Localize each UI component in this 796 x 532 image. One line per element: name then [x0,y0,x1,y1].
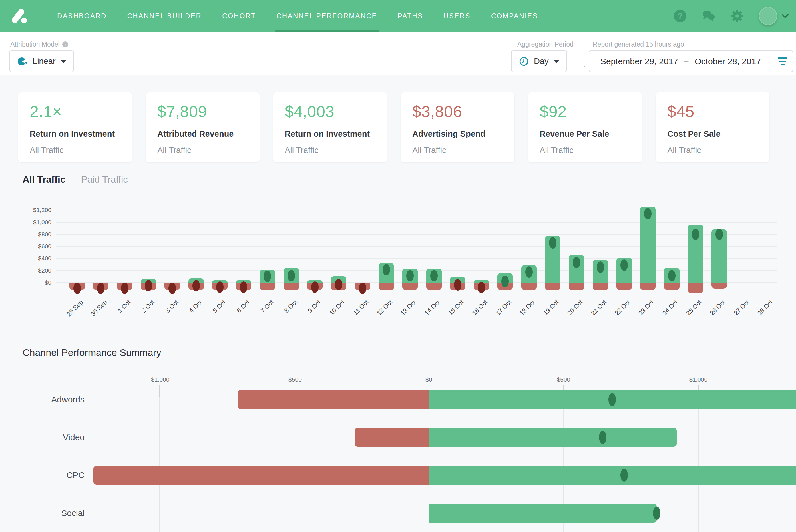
report-generated-text: Report generated 15 hours ago [593,40,684,48]
net-dot-16-oct[interactable] [478,282,485,293]
spend-bar-26-oct[interactable] [712,283,727,288]
kpi-label: Advertising Spend [412,129,503,139]
kpi-label: Revenue Per Sale [539,129,630,139]
spend-bar-25-oct[interactable] [688,283,703,293]
spend-bar-adwords[interactable] [238,390,429,409]
net-dot-26-oct[interactable] [716,229,723,240]
date-range-separator: – [684,57,688,65]
net-dot-video[interactable] [599,431,606,444]
gridline-y [56,222,777,223]
nav-item-dashboard[interactable]: DASHBOARD [47,0,117,32]
nav-item-paths[interactable]: PATHS [387,0,433,32]
y-axis-tick-label: $200 [0,267,51,274]
nav-item-companies[interactable]: COMPANIES [481,0,548,32]
net-dot-25-oct[interactable] [692,229,699,240]
filter-separator: : [583,59,585,69]
align-left-bar [779,60,786,62]
net-dot-11-oct[interactable] [359,283,366,294]
net-dot-adwords[interactable] [608,393,616,406]
net-dot-3-oct[interactable] [168,283,176,294]
info-icon[interactable]: i [62,41,68,48]
net-dot-6-oct[interactable] [240,281,247,293]
spend-bar-22-oct[interactable] [617,283,632,290]
net-dot-18-oct[interactable] [525,266,533,278]
net-dot-4-oct[interactable] [192,280,200,291]
spend-bar-23-oct[interactable] [640,283,656,290]
net-dot-12-oct[interactable] [383,264,390,276]
kpi-card-attributed-revenue: $7,809Attributed RevenueAll Traffic [146,93,260,162]
nav-item-channel-builder[interactable]: CHANNEL BUILDER [117,0,212,32]
net-dot-5-oct[interactable] [216,281,224,293]
revenue-bar-social[interactable] [429,504,657,522]
net-dot-13-oct[interactable] [406,270,414,281]
spend-bar-cpc[interactable] [93,466,429,484]
daily-revenue-spend-chart: $0$200$400$600$800$1,000$1,20029 Sep30 S… [0,0,796,532]
summary-axis-label: $1,000 [672,376,724,383]
x-axis-date-label: 30 Sep [89,299,109,318]
date-range-picker[interactable]: September 29, 2017 – October 28, 2017 [589,50,793,72]
net-dot-social[interactable] [653,507,660,520]
kpi-sublabel: All Traffic [412,146,503,155]
x-axis-date-label: 28 Oct [756,299,774,317]
date-range-end: October 28, 2017 [695,57,761,66]
revenue-bar-video[interactable] [429,428,677,446]
summary-gridline [294,397,295,532]
kpi-label: Attributed Revenue [157,129,248,139]
net-dot-21-oct[interactable] [597,262,604,273]
net-dot-30-sep[interactable] [97,283,105,294]
x-axis-date-label: 29 Sep [65,299,85,318]
chat-icon[interactable] [702,9,716,23]
spend-bar-21-oct[interactable] [593,283,608,290]
spend-bar-13-oct[interactable] [402,283,418,290]
chevron-down-icon[interactable] [782,14,789,18]
date-range-start: September 29, 2017 [601,57,678,66]
date-range-values: September 29, 2017 – October 28, 2017 [589,51,772,72]
nav-item-users[interactable]: USERS [433,0,481,32]
spend-bar-20-oct[interactable] [569,283,584,290]
attribution-model-dropdown[interactable]: Linear [9,50,74,72]
net-dot-22-oct[interactable] [620,260,628,271]
align-left-icon[interactable] [772,51,793,72]
help-icon-glyph: ? [674,10,686,22]
net-dot-1-oct[interactable] [121,283,129,294]
user-avatar[interactable] [759,7,777,25]
spend-bar-24-oct[interactable] [664,283,680,290]
net-dot-9-oct[interactable] [311,281,319,293]
kpi-card-return-on-investment: $4,003Return on InvestmentAll Traffic [273,93,387,162]
x-axis-date-label: 13 Oct [399,299,417,317]
spend-bar-8-oct[interactable] [284,283,299,290]
kpi-sublabel: All Traffic [539,146,630,155]
header-actions: ? [673,0,789,32]
help-icon[interactable]: ? [673,9,687,23]
net-dot-15-oct[interactable] [454,279,461,290]
summary-gridline [698,397,699,532]
spend-bar-19-oct[interactable] [545,283,561,290]
spend-bar-14-oct[interactable] [426,283,442,290]
spend-bar-12-oct[interactable] [379,283,394,290]
x-axis-date-label: 21 Oct [590,299,608,317]
net-dot-23-oct[interactable] [644,208,651,220]
settings-gear-icon[interactable] [730,9,744,23]
x-axis-date-label: 11 Oct [352,299,370,317]
aggregation-period-dropdown[interactable]: Day [511,50,567,72]
spend-bar-18-oct[interactable] [522,283,537,290]
net-dot-14-oct[interactable] [430,270,438,281]
app-logo-icon[interactable] [10,7,28,25]
kpi-label: Cost Per Sale [667,129,758,139]
spend-bar-7-oct[interactable] [260,283,275,290]
x-axis-date-label: 19 Oct [542,299,560,317]
channel-label-adwords: Adwords [0,394,84,405]
x-axis-date-label: 23 Oct [637,299,655,317]
nav-item-cohort[interactable]: COHORT [212,0,266,32]
tab-paid-traffic[interactable]: Paid Traffic [81,174,128,185]
net-dot-8-oct[interactable] [287,270,295,281]
tab-all-traffic[interactable]: All Traffic [22,174,65,185]
nav-item-channel-performance[interactable]: CHANNEL PERFORMANCE [266,0,387,32]
spend-bar-video[interactable] [355,428,429,446]
net-dot-24-oct[interactable] [668,270,676,281]
x-axis-date-label: 3 Oct [164,299,180,315]
net-dot-2-oct[interactable] [145,280,152,291]
y-axis-tick-label: $1,000 [0,218,51,226]
revenue-bar-cpc[interactable] [429,466,796,484]
net-dot-29-sep[interactable] [73,283,81,294]
